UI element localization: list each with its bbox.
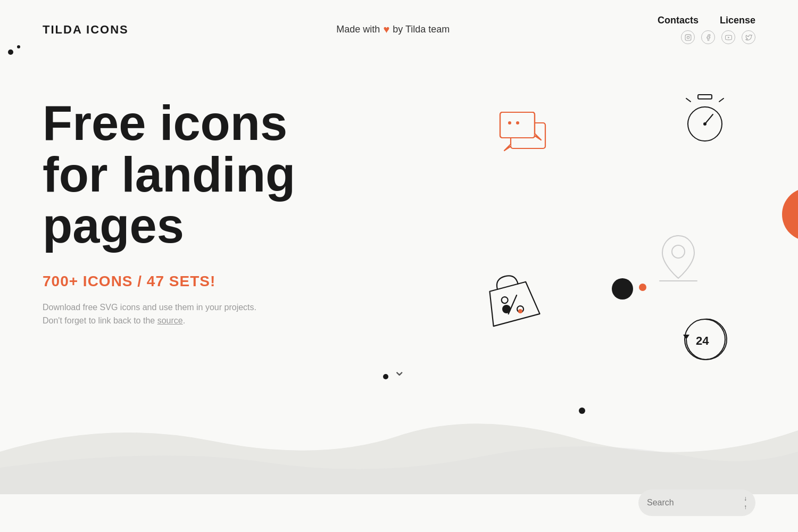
- facebook-icon[interactable]: [701, 30, 715, 44]
- instagram-icon[interactable]: [681, 30, 695, 44]
- decorative-dot-top: [8, 49, 13, 55]
- search-bar: ↓ ↑: [638, 489, 755, 516]
- svg-line-12: [686, 98, 691, 102]
- search-navigation: ↓ ↑: [744, 495, 747, 511]
- wave-decoration: [0, 388, 798, 496]
- svg-rect-11: [698, 95, 712, 99]
- dot-bottom-center: [383, 374, 388, 379]
- svg-rect-7: [500, 112, 535, 138]
- svg-marker-3: [728, 36, 729, 38]
- chevron-down-icon[interactable]: ⌄: [393, 362, 405, 379]
- hero-title-line1: Free icons: [43, 96, 287, 150]
- svg-marker-23: [683, 335, 689, 339]
- svg-point-1: [687, 36, 689, 38]
- svg-point-20: [672, 245, 685, 258]
- dot-black-medium: [502, 305, 511, 313]
- hero-title: Free icons for landing pages: [43, 97, 415, 252]
- hero-desc-line1: Download free SVG icons and use them in …: [43, 303, 256, 312]
- tagline-suffix: by Tilda team: [393, 24, 450, 35]
- chat-icon: [495, 108, 553, 161]
- social-icons: [681, 30, 755, 44]
- search-input[interactable]: [647, 498, 739, 508]
- stopwatch-icon: [681, 92, 729, 147]
- tagline-prefix: Made with: [336, 24, 380, 35]
- heart-icon: ♥: [383, 23, 389, 36]
- header: TILDA ICONS Made with ♥ by Tilda team Co…: [0, 0, 798, 44]
- twitter-icon[interactable]: [742, 30, 755, 44]
- source-link[interactable]: source: [157, 316, 183, 325]
- hero-description: Download free SVG icons and use them in …: [43, 301, 266, 328]
- svg-point-2: [689, 35, 689, 36]
- nav-links: Contacts License: [658, 15, 755, 26]
- nav-license[interactable]: License: [720, 15, 755, 26]
- arrow-up-icon[interactable]: ↑: [744, 503, 747, 511]
- svg-line-15: [705, 114, 713, 124]
- dot-orange-accent: [639, 284, 646, 291]
- nav-contacts[interactable]: Contacts: [658, 15, 699, 26]
- svg-text:24: 24: [696, 334, 709, 347]
- svg-point-10: [516, 121, 519, 124]
- dot-orange-small: [518, 309, 522, 313]
- svg-point-9: [508, 121, 511, 124]
- svg-rect-0: [685, 35, 691, 40]
- dot-black-large: [612, 278, 633, 300]
- hero-section: Free icons for landing pages 700+ ICONS …: [0, 44, 798, 496]
- orange-half-circle-decoration: [782, 188, 798, 241]
- nav-right: Contacts License: [658, 15, 755, 44]
- location-icon: [654, 230, 702, 286]
- youtube-icon[interactable]: [721, 30, 735, 44]
- svg-point-16: [704, 123, 706, 125]
- hero-desc-line2: Don't forget to link back to the: [43, 316, 155, 325]
- tagline: Made with ♥ by Tilda team: [336, 23, 450, 36]
- decorative-dot-tiny: [17, 45, 20, 48]
- svg-point-17: [501, 296, 509, 304]
- hero-title-line2: for landing pages: [43, 147, 295, 253]
- arrow-down-icon[interactable]: ↓: [744, 495, 747, 502]
- 24h-icon: 24: [681, 315, 729, 365]
- svg-line-13: [719, 98, 724, 102]
- hero-subtitle: 700+ ICONS / 47 SETS!: [43, 273, 755, 290]
- logo: TILDA ICONS: [43, 23, 129, 37]
